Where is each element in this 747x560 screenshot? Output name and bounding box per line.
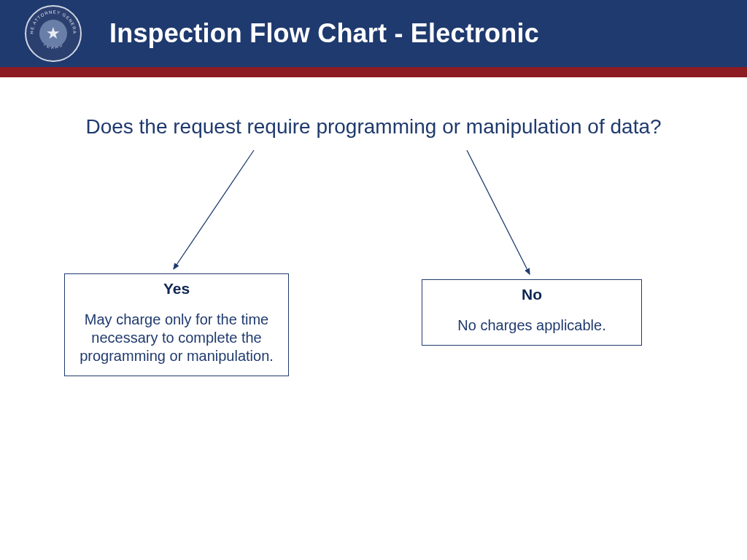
header-bar: THE ATTORNEY GENERAL TEXAS ★ Inspection … — [0, 0, 747, 67]
arrow-to-no — [467, 150, 530, 274]
no-outcome-box: No No charges applicable. — [422, 279, 642, 346]
yes-outcome-box: Yes May charge only for the time necessa… — [64, 273, 289, 376]
arrow-to-yes — [174, 150, 254, 269]
seal-star-icon: ★ — [39, 20, 67, 47]
yes-body: May charge only for the time necessary t… — [74, 311, 279, 365]
yes-title: Yes — [74, 280, 279, 298]
accent-bar — [0, 67, 747, 77]
no-title: No — [431, 286, 632, 303]
decision-question: Does the request require programming or … — [0, 115, 747, 139]
no-body: No charges applicable. — [431, 316, 632, 335]
page-title: Inspection Flow Chart - Electronic — [109, 18, 539, 49]
agency-seal: THE ATTORNEY GENERAL TEXAS ★ — [25, 5, 82, 62]
